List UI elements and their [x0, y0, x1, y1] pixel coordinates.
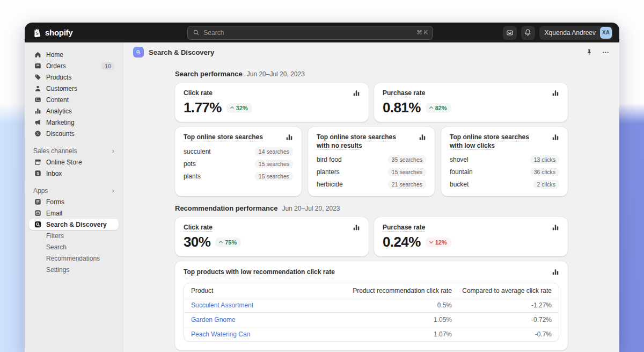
customers-icon	[33, 84, 42, 93]
table-row: Succulent Assortment 0.5% -1.27%	[184, 298, 559, 312]
sidebar-subitem-label: Filters	[46, 232, 64, 240]
topbar-right: Xquenda Andreev XA	[503, 26, 613, 40]
more-icon[interactable]	[602, 48, 610, 56]
page-header-actions	[586, 48, 610, 56]
search-performance-metrics: Click rate 1.77% 32% Purchase rate	[175, 83, 568, 122]
top-searches-lists: Top online store searches succulent 14 s…	[175, 127, 568, 196]
bar-chart-icon[interactable]	[552, 224, 559, 231]
search-input[interactable]	[203, 29, 413, 37]
search-icon	[193, 29, 200, 36]
bar-chart-icon[interactable]	[552, 133, 559, 141]
sidebar-section-sales-channels[interactable]: Sales channels ›	[29, 145, 119, 156]
section-label: Apps	[33, 187, 48, 195]
date-range: Jun 20–Jul 20, 2023	[247, 70, 305, 78]
sidebar-item-inbox[interactable]: S Inbox	[29, 168, 119, 179]
change-badge: 75%	[215, 238, 241, 247]
table-row: Peach Watering Can 1.07% -0.7%	[184, 327, 559, 341]
sidebar-item-label: Orders	[46, 62, 66, 70]
product-link[interactable]: Peach Watering Can	[191, 331, 302, 338]
global-search-bar[interactable]: ⌘ K	[187, 26, 433, 40]
chevron-down-icon	[429, 240, 433, 243]
bar-chart-icon[interactable]	[419, 133, 426, 141]
forms-icon	[33, 198, 42, 206]
user-menu[interactable]: Xquenda Andreev XA	[539, 26, 613, 40]
list-item: bucket 2 clicks	[450, 180, 559, 189]
sidebar-section-apps[interactable]: Apps ›	[29, 185, 119, 196]
list-item: shovel 13 clicks	[450, 155, 559, 164]
change-badge: 82%	[426, 103, 451, 113]
sidebar-subitem-label: Search	[46, 243, 67, 251]
count-badge: 13 clicks	[530, 155, 559, 164]
bar-chart-icon[interactable]	[286, 133, 293, 141]
count-badge: 15 searches	[255, 160, 293, 168]
shopify-bag-icon: S	[31, 27, 43, 39]
chevron-up-icon	[219, 241, 223, 245]
sidebar-item-online-store[interactable]: Online Store	[29, 156, 119, 168]
column-header: Product recommendation click rate	[302, 287, 452, 294]
table-title: Top products with low recommendation cli…	[184, 268, 335, 276]
bar-chart-icon[interactable]	[353, 224, 360, 231]
sidebar-item-label: Products	[46, 74, 71, 81]
count-badge: 14 searches	[255, 147, 293, 156]
sidebar-item-label: Online Store	[46, 159, 82, 166]
bot-icon[interactable]	[503, 26, 517, 40]
recommendation-performance-heading: Recommendation performance Jun 20–Jul 20…	[175, 204, 568, 212]
metric-value: 1.77%	[184, 99, 222, 116]
table-header-row: Product Product recommendation click rat…	[184, 283, 559, 298]
column-header: Compared to average click rate	[452, 287, 552, 294]
content-icon	[33, 96, 42, 104]
sidebar-item-forms[interactable]: Forms	[29, 196, 119, 207]
product-link[interactable]: Succulent Assortment	[191, 301, 302, 309]
sidebar-item-label: Analytics	[46, 107, 72, 115]
orders-count-badge: 10	[101, 62, 114, 70]
change-badge: 32%	[226, 103, 252, 113]
sidebar-item-home[interactable]: Home	[29, 49, 119, 60]
sidebar-item-customers[interactable]: Customers	[29, 83, 119, 94]
count-badge: 2 clicks	[533, 180, 559, 189]
search-shortcut-hint: ⌘ K	[416, 29, 428, 36]
search-performance-heading: Search performance Jun 20–Jul 20, 2023	[175, 70, 568, 78]
svg-text:S: S	[35, 31, 39, 35]
sidebar-item-label: Home	[46, 51, 63, 59]
list-title: Top online store searches	[184, 133, 263, 142]
shopify-logo[interactable]: S shopify	[31, 27, 125, 39]
sidebar-item-discounts[interactable]: Discounts	[29, 128, 119, 139]
sidebar-item-email[interactable]: Email	[29, 207, 119, 219]
chevron-up-icon	[230, 106, 234, 110]
list-item: succulent 14 searches	[184, 147, 293, 156]
bar-chart-icon[interactable]	[552, 89, 559, 97]
vs-average-value: -1.27%	[452, 301, 552, 309]
inbox-icon: S	[33, 169, 42, 178]
sidebar-item-content[interactable]: Content	[29, 94, 119, 105]
metric-value: 0.24%	[383, 234, 421, 250]
sidebar-subitem-label: Settings	[46, 266, 69, 274]
sidebar-subitem-recommendations[interactable]: Recommendations	[29, 253, 119, 264]
sidebar-item-search-discovery[interactable]: Search & Discovery	[29, 219, 119, 230]
list-title: Top online store searches with low click…	[450, 133, 535, 150]
bar-chart-icon[interactable]	[353, 89, 360, 97]
shopify-wordmark: shopify	[45, 28, 72, 37]
metric-label: Purchase rate	[383, 89, 425, 97]
bar-chart-icon[interactable]	[552, 268, 559, 276]
section-heading-text: Search performance	[175, 70, 243, 78]
sidebar-item-marketing[interactable]: Marketing	[29, 117, 119, 128]
sidebar-subitem-settings[interactable]: Settings	[29, 264, 119, 275]
page-header: Search & Discovery	[123, 42, 619, 62]
recommendation-performance-metrics: Click rate 30% 75% Purchase rate	[175, 217, 568, 256]
app-body: Home Orders 10 Products Customers Conten…	[25, 42, 619, 352]
product-link[interactable]: Garden Gnome	[191, 316, 302, 324]
bell-icon[interactable]	[521, 26, 535, 40]
sidebar-item-products[interactable]: Products	[29, 71, 119, 83]
column-header: Product	[191, 287, 302, 294]
sidebar-subitem-filters[interactable]: Filters	[29, 230, 119, 241]
topbar-search-area: ⌘ K	[125, 26, 496, 40]
sidebar-item-label: Marketing	[46, 119, 75, 126]
analytics-icon	[33, 107, 42, 116]
page-content: Search performance Jun 20–Jul 20, 2023 C…	[123, 62, 619, 352]
sidebar-item-orders[interactable]: Orders 10	[29, 60, 119, 71]
section-label: Sales channels	[33, 147, 77, 155]
chevron-right-icon: ›	[112, 147, 114, 155]
pin-icon[interactable]	[586, 48, 593, 56]
sidebar-subitem-search[interactable]: Search	[29, 241, 119, 253]
sidebar-item-analytics[interactable]: Analytics	[29, 105, 119, 117]
